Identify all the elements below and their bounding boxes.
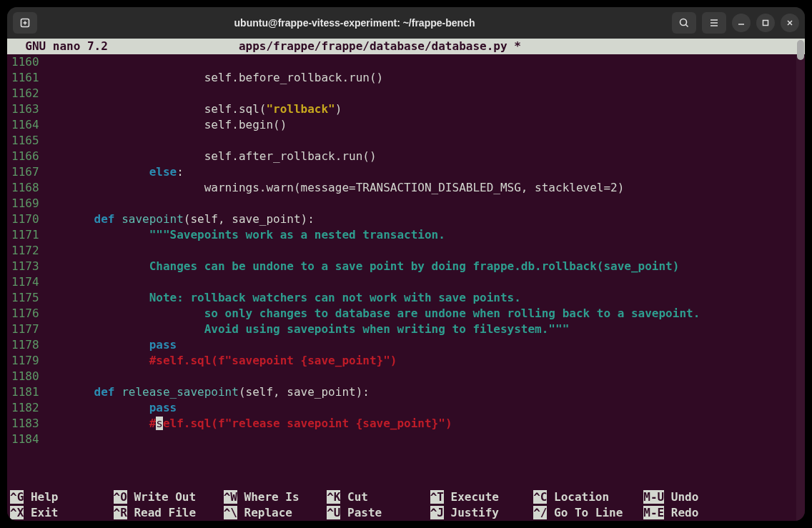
code-line[interactable]	[39, 196, 805, 211]
code-line[interactable]: self.sql("rollback")	[39, 101, 805, 117]
scrollbar-thumb[interactable]	[797, 40, 804, 60]
svg-point-1	[680, 19, 687, 26]
code-line[interactable]	[39, 274, 805, 290]
code-line[interactable]: Note: rollback watchers can not work wit…	[39, 290, 805, 306]
code-line[interactable]: self.after_rollback.run()	[39, 149, 805, 164]
maximize-icon	[762, 19, 769, 26]
nano-shortcuts: ^G Help ^O Write Out ^W Where Is ^K Cut …	[7, 489, 805, 521]
code-line[interactable]: self.before_rollback.run()	[39, 70, 805, 86]
code-line[interactable]	[39, 86, 805, 101]
line-number-gutter: 1160 1161 1162 1163 1164 1165 1166 1167 …	[7, 54, 39, 474]
close-icon	[786, 19, 793, 26]
titlebar: ubuntu@frappe-vitess-experiment: ~/frapp…	[7, 7, 805, 39]
search-button[interactable]	[672, 12, 696, 34]
search-icon	[678, 17, 690, 29]
code-line[interactable]	[39, 432, 805, 447]
code-line[interactable]: def release_savepoint(self, save_point):	[39, 384, 805, 400]
code-content[interactable]: self.before_rollback.run() self.sql("rol…	[39, 54, 805, 474]
code-line[interactable]: warnings.warn(message=TRANSACTION_DISABL…	[39, 180, 805, 196]
code-line[interactable]: else:	[39, 164, 805, 180]
minimize-icon	[738, 19, 745, 26]
code-line[interactable]: pass	[39, 400, 805, 416]
code-line[interactable]: pass	[39, 337, 805, 353]
terminal-body[interactable]: GNU nano 7.2 apps/frappe/frappe/database…	[7, 39, 805, 521]
code-line[interactable]: self.begin()	[39, 117, 805, 133]
scrollbar[interactable]	[796, 39, 805, 521]
minimize-button[interactable]	[732, 14, 751, 32]
code-line[interactable]: Changes can be undone to a save point by…	[39, 259, 805, 274]
code-line[interactable]: #self.sql(f"savepoint {save_point}")	[39, 353, 805, 369]
new-tab-button[interactable]	[13, 12, 37, 34]
code-line[interactable]	[39, 54, 805, 70]
new-tab-icon	[19, 17, 31, 29]
hamburger-icon	[708, 17, 720, 29]
code-line[interactable]	[39, 133, 805, 149]
editor-area[interactable]: 1160 1161 1162 1163 1164 1165 1166 1167 …	[7, 54, 805, 474]
menu-button[interactable]	[702, 12, 726, 34]
code-line[interactable]: Avoid using savepoints when writing to f…	[39, 322, 805, 337]
maximize-button[interactable]	[756, 14, 775, 32]
code-line[interactable]: def savepoint(self, save_point):	[39, 211, 805, 227]
code-line[interactable]	[39, 369, 805, 384]
code-line[interactable]	[39, 243, 805, 259]
svg-rect-2	[763, 21, 768, 26]
terminal-window: ubuntu@frappe-vitess-experiment: ~/frapp…	[7, 7, 805, 521]
code-line[interactable]: #self.sql(f"release savepoint {save_poin…	[39, 416, 805, 432]
close-button[interactable]	[781, 14, 799, 32]
nano-header: GNU nano 7.2 apps/frappe/frappe/database…	[7, 39, 805, 54]
window-title: ubuntu@frappe-vitess-experiment: ~/frapp…	[37, 17, 672, 29]
code-line[interactable]: """Savepoints work as a nested transacti…	[39, 227, 805, 243]
code-line[interactable]: so only changes to database are undone w…	[39, 306, 805, 322]
